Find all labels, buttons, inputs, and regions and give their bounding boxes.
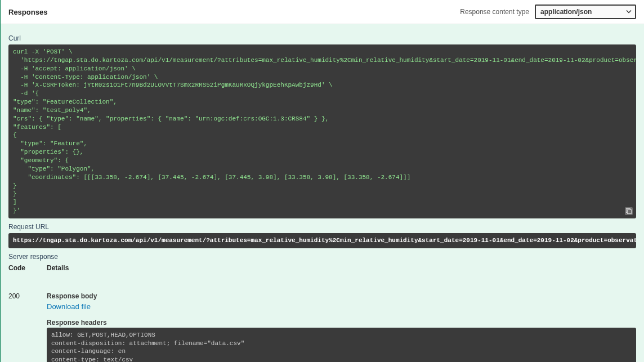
responses-header-bar: Responses Response content type applicat…: [1, 0, 644, 24]
content-type-select[interactable]: application/json: [535, 5, 636, 19]
content-type-group: Response content type application/json: [460, 5, 636, 19]
section-title: Responses: [8, 8, 47, 16]
copy-icon[interactable]: [625, 207, 633, 215]
curl-label: Curl: [8, 34, 636, 42]
details-column-header: Details: [47, 263, 636, 276]
status-code: 200: [8, 276, 42, 362]
response-body-label: Response body: [47, 292, 636, 300]
response-grid: Code Details 200 Response body Download …: [8, 263, 636, 362]
content-type-value: application/json: [535, 5, 636, 19]
curl-text: curl -X 'POST' \ 'https://tngap.sta.do.k…: [13, 48, 636, 214]
response-headers-block: allow: GET,POST,HEAD,OPTIONS content-dis…: [47, 328, 636, 362]
curl-code-block: curl -X 'POST' \ 'https://tngap.sta.do.k…: [8, 44, 636, 218]
responses-body: Curl curl -X 'POST' \ 'https://tngap.sta…: [1, 24, 644, 362]
request-url-block: https://tngap.sta.do.kartoza.com/api/v1/…: [8, 233, 636, 248]
download-file-link[interactable]: Download file: [47, 302, 91, 311]
server-response-label: Server response: [8, 253, 636, 261]
response-headers-label: Response headers: [47, 319, 636, 327]
code-column-header: Code: [8, 263, 42, 276]
details-column: Response body Download file Response hea…: [47, 276, 636, 362]
content-type-label: Response content type: [460, 8, 529, 16]
request-url-label: Request URL: [8, 223, 636, 231]
